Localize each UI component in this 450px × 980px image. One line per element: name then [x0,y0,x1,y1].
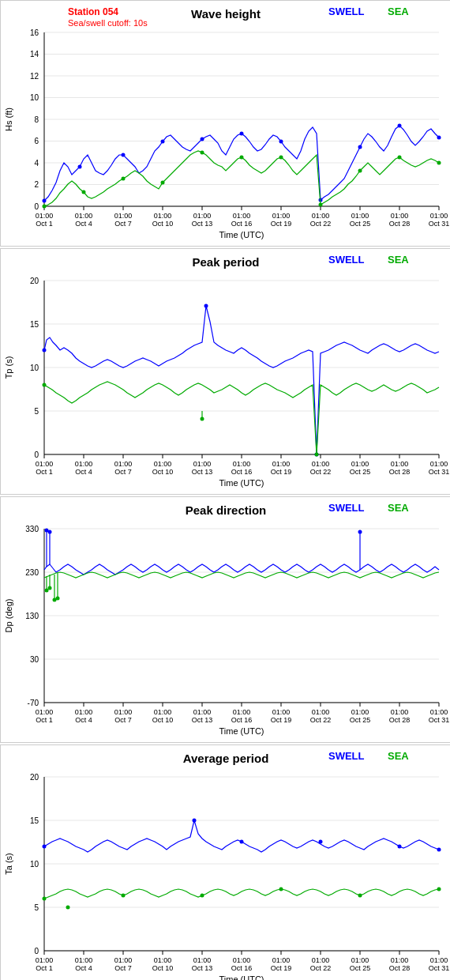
cutoff-label: Sea/swell cutoff: 10s [68,18,148,28]
svg-text:01:00: 01:00 [391,956,409,964]
svg-text:130: 130 [25,612,39,620]
svg-text:Oct 10: Oct 10 [152,964,174,972]
svg-text:0: 0 [34,450,39,459]
legend-swell-3: SWELL [328,502,365,514]
svg-text:230: 230 [25,568,39,577]
svg-text:01:00: 01:00 [233,460,251,468]
svg-point-77 [437,161,441,165]
svg-text:01:00: 01:00 [36,956,54,964]
svg-text:Oct 28: Oct 28 [389,716,411,724]
svg-text:Oct 22: Oct 22 [310,716,332,724]
chart-title-peak: Peak period [192,255,259,269]
svg-text:10: 10 [30,93,39,102]
chart-title-dir: Peak direction [186,503,267,517]
legend-swell-2: SWELL [328,254,365,266]
svg-text:01:00: 01:00 [391,460,409,468]
svg-text:15: 15 [30,320,39,329]
svg-text:01:00: 01:00 [312,212,330,220]
svg-text:01:00: 01:00 [351,460,369,468]
svg-text:01:00: 01:00 [312,460,330,468]
svg-point-68 [82,190,86,194]
svg-text:Oct 25: Oct 25 [350,716,371,724]
svg-text:Oct 4: Oct 4 [75,468,92,476]
svg-text:Oct 28: Oct 28 [389,220,411,228]
svg-text:Oct 1: Oct 1 [36,964,53,972]
svg-text:01:00: 01:00 [36,212,54,220]
svg-text:Oct 25: Oct 25 [350,964,371,972]
wave-height-chart: Station 054 Sea/swell cutoff: 10s Wave h… [0,0,450,247]
svg-point-255 [66,906,70,910]
svg-point-74 [319,203,323,207]
svg-text:01:00: 01:00 [272,956,291,964]
svg-text:01:00: 01:00 [114,708,133,716]
svg-text:Oct 31: Oct 31 [429,220,450,228]
svg-text:01:00: 01:00 [75,708,93,716]
peak-period-chart: Peak period SWELL SEA 0 5 10 15 20 Tp (s… [0,248,450,495]
svg-text:8: 8 [34,115,39,124]
svg-text:01:00: 01:00 [233,708,251,716]
svg-point-58 [122,153,126,157]
peak-period-svg: Peak period SWELL SEA 0 5 10 15 20 Tp (s… [1,249,450,494]
svg-point-194 [56,597,60,601]
svg-text:01:00: 01:00 [75,956,93,964]
svg-text:Oct 19: Oct 19 [271,468,292,476]
svg-text:01:00: 01:00 [430,460,448,468]
svg-point-251 [201,894,204,898]
svg-text:01:00: 01:00 [36,708,54,716]
svg-text:Oct 31: Oct 31 [429,468,450,476]
svg-text:01:00: 01:00 [114,956,133,964]
svg-point-70 [161,181,165,185]
svg-point-246 [319,840,323,844]
svg-text:Time (UTC): Time (UTC) [219,974,264,980]
svg-text:01:00: 01:00 [272,460,291,468]
svg-text:Oct 31: Oct 31 [429,964,450,972]
svg-point-59 [161,140,165,144]
svg-text:01:00: 01:00 [351,956,369,964]
svg-text:4: 4 [34,159,39,168]
peak-direction-chart: Peak direction SWELL SEA 330 230 130 30 … [0,496,450,743]
svg-text:01:00: 01:00 [430,708,448,716]
legend-sea-3: SEA [388,502,409,514]
svg-point-76 [398,156,402,160]
svg-text:01:00: 01:00 [154,708,172,716]
svg-text:Oct 1: Oct 1 [36,220,53,228]
svg-point-129 [43,383,47,387]
svg-point-253 [358,894,362,898]
legend-sea-1: SEA [388,6,409,17]
svg-text:Oct 13: Oct 13 [192,468,213,476]
svg-text:Oct 1: Oct 1 [36,468,53,476]
svg-text:01:00: 01:00 [154,956,172,964]
svg-text:Oct 10: Oct 10 [152,716,174,724]
svg-text:Tp (s): Tp (s) [4,356,13,379]
svg-text:Oct 13: Oct 13 [192,716,213,724]
svg-text:Oct 10: Oct 10 [152,468,174,476]
legend-swell-4: SWELL [328,750,365,762]
svg-text:Time (UTC): Time (UTC) [219,230,264,239]
svg-text:-70: -70 [28,699,39,707]
svg-text:01:00: 01:00 [193,212,212,220]
svg-text:Oct 1: Oct 1 [36,716,53,724]
svg-point-67 [43,205,47,209]
svg-rect-195 [1,745,450,980]
svg-text:Time (UTC): Time (UTC) [219,478,264,488]
svg-text:01:00: 01:00 [36,460,54,468]
svg-point-72 [240,156,244,160]
svg-point-61 [240,132,244,136]
avg-period-svg: Average period SWELL SEA 0 5 10 15 20 Ta… [1,745,450,980]
svg-text:Oct 16: Oct 16 [231,468,253,476]
svg-point-60 [201,138,204,141]
svg-text:Oct 16: Oct 16 [231,964,253,972]
svg-text:01:00: 01:00 [193,708,212,716]
svg-point-64 [358,145,362,149]
svg-text:01:00: 01:00 [193,460,212,468]
svg-text:01:00: 01:00 [312,956,330,964]
svg-text:Oct 7: Oct 7 [114,964,132,972]
svg-point-184 [48,530,52,534]
svg-point-245 [240,840,244,844]
svg-point-250 [122,894,126,898]
legend-sea-4: SEA [388,750,409,762]
svg-point-254 [437,888,441,891]
svg-text:Oct 7: Oct 7 [114,468,132,476]
svg-text:Oct 31: Oct 31 [429,716,450,724]
chart-title-wave: Wave height [191,7,261,21]
